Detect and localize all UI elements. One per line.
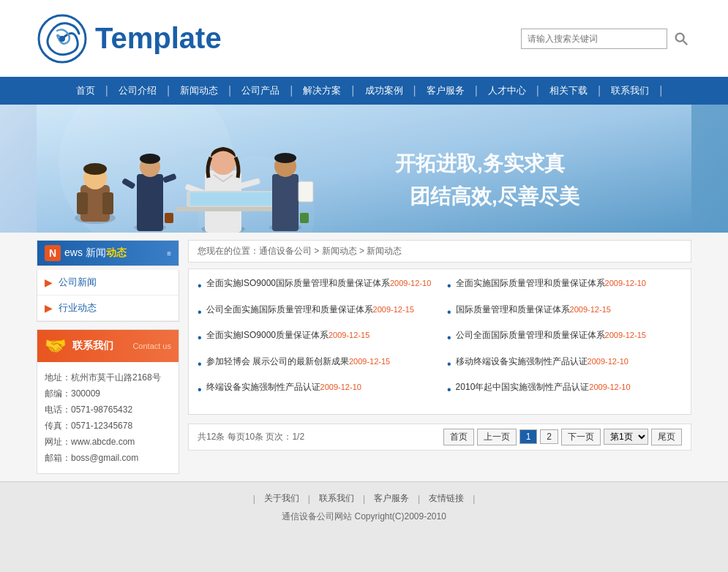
news-date: 2009-12-10 bbox=[390, 279, 431, 287]
sidebar: N ews 新闻动态 ≡ ▶ 公司新闻 ▶ 行业动态 bbox=[37, 240, 179, 474]
news-date: 2009-12-10 bbox=[588, 357, 628, 366]
sidebar-title: N ews 新闻动态 ≡ bbox=[37, 240, 179, 266]
search-input[interactable] bbox=[521, 29, 667, 49]
svg-point-12 bbox=[83, 163, 107, 175]
bullet-icon: • bbox=[198, 303, 202, 322]
contact-info: 地址：杭州市莫干山路2168号 邮编：300009 电话：0571-987654… bbox=[37, 362, 179, 473]
sidebar-item-industry[interactable]: ▶ 行业动态 bbox=[37, 296, 179, 321]
last-page-button[interactable]: 尾页 bbox=[651, 429, 682, 445]
news-item: • 全面实施ISO9000国际质量管理和质量保证体系2009-12-10 bbox=[198, 276, 432, 296]
news-item: • 终端设备实施强制性产品认证2009-12-10 bbox=[198, 380, 432, 399]
footer-link-contact[interactable]: 联系我们 bbox=[310, 492, 363, 505]
news-link[interactable]: 移动终端设备实施强制性产品认证 bbox=[456, 356, 588, 366]
news-link[interactable]: 全面实施国际质量管理和质量保证体系 bbox=[456, 278, 605, 288]
news-link[interactable]: 参加轻博会 展示公司的最新创新成果 bbox=[206, 356, 349, 366]
breadcrumb: 您现在的位置：通信设备公司 > 新闻动态 > 新闻动态 bbox=[188, 240, 691, 263]
footer: | 关于我们 | 联系我们 | 客户服务 | 友情链接 | 通信设备公司网站 C… bbox=[0, 481, 728, 533]
footer-link-friends[interactable]: 友情链接 bbox=[420, 492, 473, 505]
svg-rect-32 bbox=[165, 213, 173, 223]
news-item: • 2010年起中国实施强制性产品认证2009-12-10 bbox=[447, 380, 682, 399]
news-item: • 公司全面实施国际质量管理和质量保证体系2009-12-15 bbox=[198, 303, 432, 322]
nav-item-download[interactable]: 相关下载 bbox=[539, 84, 598, 97]
news-link[interactable]: 公司全面实施国际质量管理和质量保证体系 bbox=[206, 304, 373, 315]
page-select[interactable]: 第1页 第2页 bbox=[604, 429, 648, 445]
footer-link-about[interactable]: 关于我们 bbox=[255, 492, 308, 505]
sidebar-lines-icon: ≡ bbox=[167, 249, 171, 257]
page-controls: 首页 上一页 1 2 下一页 第1页 第2页 尾页 bbox=[443, 429, 682, 445]
news-link[interactable]: 国际质量管理和质量保证体系 bbox=[456, 304, 570, 315]
svg-rect-14 bbox=[137, 174, 163, 231]
nav-item-talent[interactable]: 人才中心 bbox=[478, 84, 536, 97]
bullet-icon: • bbox=[447, 303, 451, 322]
footer-copyright: 通信设备公司网站 Copyright(C)2009-2010 bbox=[0, 511, 728, 523]
svg-text:团结高效,尽善尽美: 团结高效,尽善尽美 bbox=[410, 184, 580, 208]
nav-item-products[interactable]: 公司产品 bbox=[231, 84, 290, 97]
logo-icon bbox=[37, 13, 88, 64]
news-link[interactable]: 2010年起中国实施强制性产品认证 bbox=[456, 382, 590, 392]
nav-item-cases[interactable]: 成功案例 bbox=[355, 84, 413, 97]
sidebar-title-bar: N ews 新闻动态 ≡ bbox=[37, 241, 179, 266]
contact-website: 网址：www.abcde.com bbox=[45, 434, 171, 450]
sidebar-title-text: ews 新闻动态 bbox=[64, 247, 127, 260]
nav-item-solutions[interactable]: 解决方案 bbox=[293, 84, 351, 97]
svg-point-1 bbox=[59, 36, 65, 42]
news-date: 2009-12-15 bbox=[329, 331, 369, 339]
svg-rect-28 bbox=[272, 174, 299, 231]
sidebar-item-company-news[interactable]: ▶ 公司新闻 bbox=[37, 270, 179, 296]
nav-list: 首页 | 公司介绍 | 新闻动态 | 公司产品 | 解决方案 | 成功案例 | … bbox=[66, 84, 663, 97]
contact-fax: 传真：0571-12345678 bbox=[45, 418, 171, 434]
news-link[interactable]: 公司全面国际质量管理和质量保证体系 bbox=[456, 330, 605, 340]
news-text: 国际质量管理和质量保证体系2009-12-15 bbox=[456, 303, 611, 317]
svg-rect-31 bbox=[299, 181, 313, 202]
contact-postcode: 邮编：300009 bbox=[45, 385, 171, 402]
footer-links: | 关于我们 | 联系我们 | 客户服务 | 友情链接 | bbox=[0, 492, 728, 505]
contact-header: 🤝 联系我们 Contact us bbox=[37, 330, 179, 362]
page-info-text: 页次：1/2 bbox=[266, 432, 304, 442]
news-date: 2009-12-15 bbox=[349, 357, 390, 366]
logo-text: Template bbox=[95, 22, 222, 55]
page-1-button[interactable]: 1 bbox=[519, 429, 538, 444]
svg-rect-11 bbox=[102, 192, 113, 214]
total-text: 共12条 bbox=[198, 432, 225, 442]
main-content: 您现在的位置：通信设备公司 > 新闻动态 > 新闻动态 • 全面实施ISO900… bbox=[188, 240, 691, 474]
bullet-icon: • bbox=[198, 380, 202, 399]
news-link[interactable]: 全面实施ISO9000国际质量管理和质量保证体系 bbox=[206, 278, 390, 288]
footer-link-service[interactable]: 客户服务 bbox=[365, 492, 418, 505]
news-item: • 全面实施国际质量管理和质量保证体系2009-12-10 bbox=[447, 276, 682, 296]
page-info: 共12条 每页10条 页次：1/2 bbox=[198, 431, 304, 443]
news-list: • 全面实施ISO9000国际质量管理和质量保证体系2009-12-10 • 公… bbox=[188, 268, 691, 415]
contact-phone: 电话：0571-98765432 bbox=[45, 402, 171, 418]
news-date: 2009-12-10 bbox=[589, 383, 630, 391]
page-2-button[interactable]: 2 bbox=[540, 429, 558, 444]
next-page-button[interactable]: 下一页 bbox=[561, 429, 601, 445]
menu-label-company-news: 公司新闻 bbox=[59, 276, 97, 289]
news-item: • 参加轻博会 展示公司的最新创新成果2009-12-15 bbox=[198, 355, 432, 374]
nav-item-home[interactable]: 首页 bbox=[66, 84, 105, 97]
svg-line-3 bbox=[683, 40, 688, 45]
news-text: 移动终端设备实施强制性产品认证2009-12-10 bbox=[456, 355, 628, 369]
news-date: 2009-12-15 bbox=[570, 305, 611, 314]
svg-rect-26 bbox=[190, 192, 278, 206]
nav-item-contact[interactable]: 联系我们 bbox=[601, 84, 659, 97]
prev-page-button[interactable]: 上一页 bbox=[477, 429, 517, 445]
per-page-text: 每页10条 bbox=[228, 432, 263, 442]
news-link[interactable]: 全面实施ISO9000质量保证体系 bbox=[206, 330, 329, 340]
nav-item-service[interactable]: 客户服务 bbox=[416, 84, 475, 97]
bullet-icon: • bbox=[198, 355, 202, 374]
content-area: N ews 新闻动态 ≡ ▶ 公司新闻 ▶ 行业动态 bbox=[0, 233, 728, 481]
contact-header-text: 联系我们 bbox=[72, 339, 113, 353]
news-text: 全面实施ISO9000质量保证体系2009-12-15 bbox=[206, 328, 370, 342]
nav-item-news[interactable]: 新闻动态 bbox=[170, 84, 228, 97]
news-date: 2009-12-15 bbox=[605, 331, 646, 339]
search-button[interactable] bbox=[671, 29, 691, 49]
nav-item-about[interactable]: 公司介绍 bbox=[108, 84, 167, 97]
arrow-icon: ▶ bbox=[45, 276, 53, 288]
first-page-button[interactable]: 首页 bbox=[443, 429, 474, 445]
svg-rect-33 bbox=[300, 213, 309, 223]
contact-email: 邮箱：boss@gmail.com bbox=[45, 450, 171, 466]
news-item: • 移动终端设备实施强制性产品认证2009-12-10 bbox=[447, 355, 682, 374]
news-item: • 国际质量管理和质量保证体系2009-12-15 bbox=[447, 303, 682, 322]
news-date: 2009-12-10 bbox=[605, 279, 646, 287]
news-link[interactable]: 终端设备实施强制性产品认证 bbox=[206, 382, 320, 392]
news-col-right: • 全面实施国际质量管理和质量保证体系2009-12-10 • 国际质量管理和质… bbox=[447, 276, 682, 407]
